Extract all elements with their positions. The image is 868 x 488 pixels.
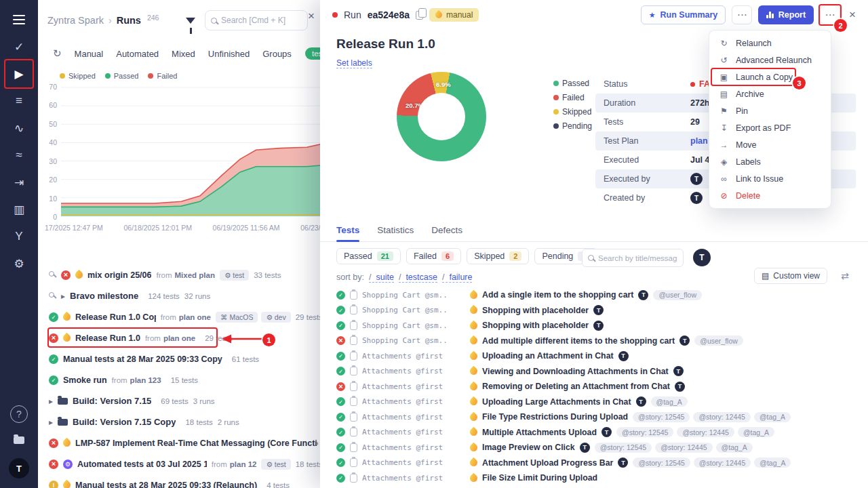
panel-close-button[interactable]: ×: [308, 9, 315, 23]
more-button-secondary[interactable]: ⋯: [732, 5, 752, 24]
run-row[interactable]: Automated tests at 03 Jul 2025 13:25 fro…: [38, 453, 330, 474]
refresh-icon[interactable]: ↻: [53, 47, 62, 60]
test-tag[interactable]: @story: 12445: [694, 458, 751, 468]
detail-tab[interactable]: Statistics: [377, 219, 414, 241]
tests-search-input[interactable]: [598, 254, 677, 262]
test-tag[interactable]: @user_flow: [694, 336, 743, 346]
suite-name[interactable]: Attachments @first: [362, 352, 465, 361]
test-row[interactable]: Shopping Cart @sm.. Add multiple differe…: [320, 333, 868, 349]
sort-option[interactable]: suite: [369, 272, 394, 283]
test-title[interactable]: Viewing and Downloading Attachments in C…: [482, 367, 669, 376]
run-badge[interactable]: ⚙ dev: [261, 312, 290, 323]
more-button-main[interactable]: ⋯ 2: [820, 5, 840, 24]
plan-link[interactable]: Mixed plan: [174, 271, 214, 279]
menu-item[interactable]: ↻ Relaunch: [709, 35, 831, 52]
test-tag[interactable]: @story: 12545: [633, 412, 690, 422]
test-title[interactable]: Add a single item to the shopping cart: [482, 290, 633, 300]
test-tag[interactable]: @story: 12445: [693, 412, 750, 422]
breadcrumb-project[interactable]: Zyntra Spark: [47, 15, 104, 26]
test-title[interactable]: Multiple Attachments Upload: [482, 428, 597, 437]
runs-search-input[interactable]: [221, 16, 302, 25]
run-title[interactable]: Automated tests at 03 Jul 2025 13:25: [77, 460, 207, 469]
test-row[interactable]: Attachments @first File Type Restriction…: [320, 409, 868, 425]
suite-name[interactable]: Shopping Cart @sm..: [362, 321, 465, 330]
test-tag[interactable]: @tag_A: [738, 427, 774, 437]
suite-name[interactable]: Shopping Cart @sm..: [362, 306, 465, 314]
view-settings-icon[interactable]: ⇄: [841, 270, 849, 281]
filter-pill[interactable]: Failed 6: [406, 248, 461, 264]
menu-item[interactable]: ▤ Archive: [709, 85, 831, 102]
run-title[interactable]: Manual tests at 28 Mar 2025 09:33 (Relau…: [75, 481, 257, 488]
test-title[interactable]: Image Preview on Click: [482, 443, 575, 452]
test-title[interactable]: Uploading Large Attachments in Chat: [482, 397, 631, 407]
run-title[interactable]: Build: Version 7.15 Copy: [73, 417, 176, 427]
detail-tab[interactable]: Tests: [336, 219, 359, 241]
run-row[interactable]: Smoke run from plan 123 15 tests: [38, 369, 330, 390]
test-title[interactable]: Uploading an Attachment in Chat: [482, 351, 614, 361]
user-avatar[interactable]: T: [9, 458, 29, 479]
run-row[interactable]: Manual tests at 28 Mar 2025 09:33 Copy 6…: [38, 348, 330, 369]
test-row[interactable]: Attachments @first File Size Limit Durin…: [320, 470, 868, 486]
run-title[interactable]: Bravo milestone: [70, 291, 138, 301]
test-tag[interactable]: @story: 12545: [595, 443, 652, 453]
test-title[interactable]: Add multiple different items to the shop…: [482, 336, 675, 346]
tasks-icon[interactable]: ✓: [6, 34, 32, 60]
filter-pill[interactable]: Passed 21: [336, 248, 401, 264]
test-tag[interactable]: @user_flow: [653, 290, 702, 300]
pulse-icon[interactable]: ≈: [6, 142, 32, 168]
chevron-icon[interactable]: ▸: [49, 396, 53, 406]
reports-icon[interactable]: ▥: [6, 197, 32, 222]
plan-link[interactable]: plan 12: [230, 460, 257, 468]
copy-run-id-icon[interactable]: [416, 11, 423, 20]
suite-name[interactable]: Attachments @first: [362, 443, 465, 452]
test-row[interactable]: Attachments @first Uploading Large Attac…: [320, 394, 868, 410]
run-row[interactable]: Release Run 1.0 from plan one 29 tests: [38, 327, 330, 348]
run-badge[interactable]: ⚙ test: [220, 270, 249, 281]
suite-name[interactable]: Attachments @first: [362, 428, 465, 436]
suite-name[interactable]: Shopping Cart @sm..: [362, 336, 465, 345]
chevron-icon[interactable]: ▸: [49, 418, 53, 427]
test-tag[interactable]: @tag_A: [716, 443, 753, 453]
test-tag[interactable]: @tag_A: [651, 396, 688, 407]
help-icon[interactable]: ?: [10, 405, 28, 423]
suite-name[interactable]: Shopping Cart @sm..: [362, 291, 465, 300]
test-title[interactable]: File Type Restrictions During Upload: [482, 412, 628, 422]
suite-name[interactable]: Attachments @first: [362, 367, 465, 375]
test-row[interactable]: Attachments @first Removing or Deleting …: [320, 379, 868, 394]
plan-link[interactable]: plan 123: [130, 376, 161, 384]
run-row[interactable]: Manual tests at 28 Mar 2025 09:33 (Relau…: [38, 474, 330, 488]
menu-item[interactable]: ↺ Advanced Relaunch: [709, 52, 831, 68]
run-title[interactable]: Smoke run: [63, 375, 107, 385]
sort-option[interactable]: failure: [442, 272, 473, 283]
menu-item[interactable]: ↧ Export as PDF: [709, 119, 831, 136]
run-title[interactable]: Release Run 1.0: [75, 333, 140, 343]
set-labels-link[interactable]: Set labels: [336, 58, 372, 68]
sort-option[interactable]: testcase: [399, 272, 437, 283]
test-tag[interactable]: @story: 12545: [616, 427, 673, 437]
runs-tab[interactable]: Automated: [116, 49, 159, 59]
test-row[interactable]: Attachments @first Viewing and Downloadi…: [320, 364, 868, 380]
runs-tab[interactable]: Unfinished: [208, 49, 250, 59]
suite-name[interactable]: Attachments @first: [362, 413, 465, 422]
suite-name[interactable]: Attachments @first: [362, 397, 465, 406]
run-row[interactable]: Release Run 1.0 Copy from plan one ⌘ Mac…: [38, 306, 330, 327]
plan-link[interactable]: plan one: [163, 334, 195, 342]
report-button[interactable]: Report: [758, 5, 814, 24]
custom-view-button[interactable]: ▤ Custom view: [754, 268, 827, 284]
run-row[interactable]: ▸ Build: Version 7.15 Copy 18 tests 2 ru…: [38, 411, 330, 432]
runs-tab[interactable]: Groups: [262, 49, 292, 59]
drawer-close-button[interactable]: ×: [849, 8, 856, 22]
run-title[interactable]: mix origin 25/06: [87, 270, 151, 280]
import-icon[interactable]: ⇥: [6, 169, 32, 195]
suite-name[interactable]: Attachments @first: [362, 474, 465, 483]
test-row[interactable]: Shopping Cart @sm.. Add a single item to…: [320, 287, 868, 303]
projects-folder-icon[interactable]: [6, 427, 32, 453]
branches-icon[interactable]: Y: [6, 224, 32, 249]
filter-pill[interactable]: Skipped 2: [467, 248, 529, 264]
test-row[interactable]: Shopping Cart @sm.. Shopping with placeh…: [320, 303, 868, 319]
run-summary-button[interactable]: ★ Run Summary: [641, 5, 726, 24]
test-tag[interactable]: @story: 12445: [677, 427, 734, 437]
run-row[interactable]: mix origin 25/06 from Mixed plan ⚙ test …: [38, 264, 330, 285]
suite-name[interactable]: Attachments @first: [362, 382, 465, 391]
test-title[interactable]: Removing or Deleting an Attachment from …: [482, 382, 670, 391]
